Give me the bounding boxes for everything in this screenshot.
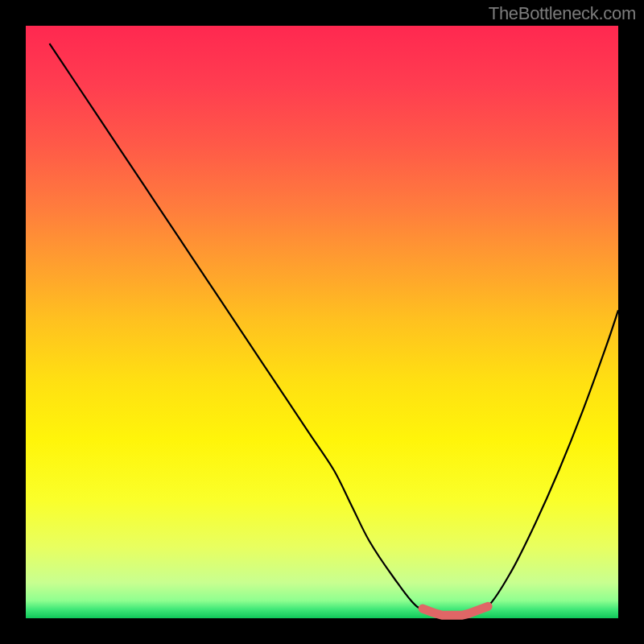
watermark-text: TheBottleneck.com: [489, 3, 636, 24]
chart-container: TheBottleneck.com: [0, 0, 644, 644]
plot-background: [26, 26, 618, 618]
bottleneck-chart: [0, 0, 644, 644]
